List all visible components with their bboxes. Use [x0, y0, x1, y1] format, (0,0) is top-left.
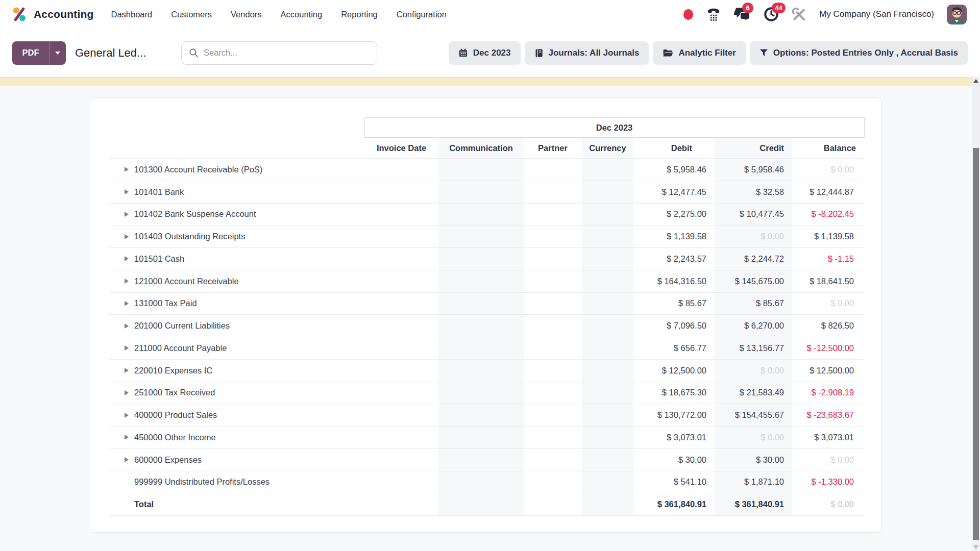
communication-cell — [438, 292, 524, 315]
balance-cell: $ -23,683.67 — [792, 404, 864, 427]
invoice-date-cell — [364, 427, 438, 449]
user-avatar[interactable] — [947, 5, 967, 24]
account-name: 400000 Product Sales — [134, 410, 217, 420]
options-filter-button[interactable]: Options: Posted Entries Only , Accrual B… — [750, 41, 968, 65]
currency-cell — [582, 159, 633, 181]
partner-cell — [524, 226, 582, 248]
account-name: 101501 Cash — [134, 254, 184, 264]
expand-caret-icon[interactable] — [125, 413, 129, 418]
account-name: 131000 Tax Paid — [134, 298, 197, 308]
pdf-button[interactable]: PDF — [12, 41, 49, 65]
account-name-cell[interactable]: 101402 Bank Suspense Account — [109, 203, 364, 226]
partner-cell — [524, 159, 582, 181]
expand-caret-icon[interactable] — [125, 390, 129, 395]
balance-cell: $ 3,073.01 — [792, 427, 864, 449]
account-name-cell[interactable]: 600000 Expenses — [109, 448, 364, 471]
period-header: Dec 2023 — [364, 118, 864, 138]
search-box — [181, 41, 377, 65]
menu-item-vendors[interactable]: Vendors — [231, 10, 262, 19]
credit-cell: $ 5,958.46 — [715, 159, 792, 181]
expand-caret-icon[interactable] — [125, 301, 129, 306]
total-label-cell: Total — [109, 493, 364, 516]
period-filter-button[interactable]: Dec 2023 — [449, 41, 521, 65]
account-name-cell[interactable]: 211000 Account Payable — [109, 337, 364, 360]
activities-clock-icon[interactable]: 44 — [764, 7, 779, 22]
account-name: 101402 Bank Suspense Account — [134, 209, 256, 219]
search-input[interactable] — [204, 48, 370, 58]
invoice-date-cell — [364, 270, 438, 292]
debit-cell: $ 18,675.30 — [633, 382, 715, 404]
menu-item-configuration[interactable]: Configuration — [397, 10, 447, 19]
accounting-app-logo-icon[interactable] — [11, 6, 28, 22]
credit-cell: $ 145,675.00 — [715, 270, 792, 292]
expand-caret-icon[interactable] — [125, 279, 129, 284]
account-name-cell[interactable]: 220010 Expenses IC — [109, 359, 364, 382]
partner-cell — [524, 382, 582, 404]
expand-caret-icon[interactable] — [125, 323, 129, 329]
expand-caret-icon[interactable] — [125, 345, 129, 350]
menu-item-dashboard[interactable]: Dashboard — [111, 10, 153, 19]
invoice-date-cell — [364, 359, 438, 382]
debug-tools-icon[interactable] — [792, 7, 806, 22]
communication-cell — [438, 159, 524, 181]
activities-count-badge: 44 — [772, 3, 785, 13]
journals-filter-button[interactable]: Journals: All Journals — [525, 41, 649, 65]
account-name-cell[interactable]: 999999 Undistributed Profits/Losses — [109, 471, 364, 493]
menu-item-reporting[interactable]: Reporting — [341, 10, 378, 19]
balance-cell: $ -2,908.19 — [792, 382, 864, 404]
account-name-cell[interactable]: 101300 Account Receivable (PoS) — [109, 159, 364, 181]
currency-cell — [582, 203, 633, 226]
communication-cell — [438, 382, 524, 404]
column-header-currency: Currency — [582, 138, 633, 159]
expand-caret-icon[interactable] — [125, 212, 129, 217]
partner-cell — [524, 337, 582, 360]
expand-caret-icon[interactable] — [125, 167, 129, 172]
analytic-filter-button[interactable]: Analytic Filter — [653, 41, 745, 65]
invoice-date-cell — [364, 159, 438, 181]
currency-cell — [582, 226, 633, 248]
debit-cell: $ 656.77 — [633, 337, 715, 360]
account-name-cell[interactable]: 131000 Tax Paid — [109, 292, 364, 315]
menu-item-customers[interactable]: Customers — [171, 10, 212, 19]
expand-caret-icon[interactable] — [125, 256, 129, 261]
currency-cell — [582, 493, 633, 516]
expand-caret-icon[interactable] — [125, 234, 129, 239]
currency-cell — [582, 382, 633, 404]
app-name[interactable]: Accounting — [34, 8, 94, 20]
company-switcher[interactable]: My Company (San Francisco) — [819, 9, 934, 19]
invoice-date-cell — [364, 493, 438, 516]
currency-cell — [582, 315, 633, 337]
account-name: 101300 Account Receivable (PoS) — [134, 165, 262, 174]
account-name-cell[interactable]: 101403 Outstanding Receipts — [109, 226, 364, 248]
communication-cell — [438, 226, 524, 248]
expand-caret-icon[interactable] — [125, 435, 129, 440]
balance-cell: $ -12,500.00 — [792, 337, 864, 360]
expand-caret-icon[interactable] — [125, 457, 129, 462]
account-name-cell[interactable]: 101401 Bank — [109, 181, 364, 203]
column-header-debit: Debit — [633, 138, 715, 159]
account-name-cell[interactable]: 400000 Product Sales — [109, 404, 364, 427]
account-name-cell[interactable]: 251000 Tax Received — [109, 382, 364, 404]
expand-caret-icon[interactable] — [125, 368, 129, 373]
pdf-dropdown-button[interactable] — [49, 41, 66, 65]
credit-cell: $ 13,156.77 — [715, 337, 792, 360]
calendar-icon — [458, 48, 468, 58]
account-name-cell[interactable]: 121000 Account Receivable — [109, 270, 364, 292]
currency-cell — [582, 337, 633, 360]
presence-dot-icon[interactable] — [683, 9, 693, 20]
balance-cell: $ 0.00 — [792, 493, 864, 516]
voip-phone-icon[interactable] — [706, 7, 721, 22]
options-filter-label: Options: Posted Entries Only , Accrual B… — [773, 48, 958, 58]
expand-caret-icon[interactable] — [125, 189, 129, 194]
chevron-down-icon — [55, 52, 60, 55]
messages-icon[interactable]: 6 — [734, 7, 751, 22]
account-name-cell[interactable]: 450000 Other Income — [109, 427, 364, 449]
account-name-cell[interactable]: 101501 Cash — [109, 248, 364, 270]
scroll-up-arrow-icon[interactable] — [973, 79, 978, 83]
menu-item-accounting[interactable]: Accounting — [281, 10, 323, 19]
account-name-cell[interactable]: 201000 Current Liabilities — [109, 315, 364, 337]
scroll-down-arrow-icon[interactable] — [973, 545, 978, 549]
scrollbar-thumb[interactable] — [973, 148, 979, 540]
debit-cell: $ 164,316.50 — [633, 270, 715, 292]
partner-cell — [524, 448, 582, 471]
